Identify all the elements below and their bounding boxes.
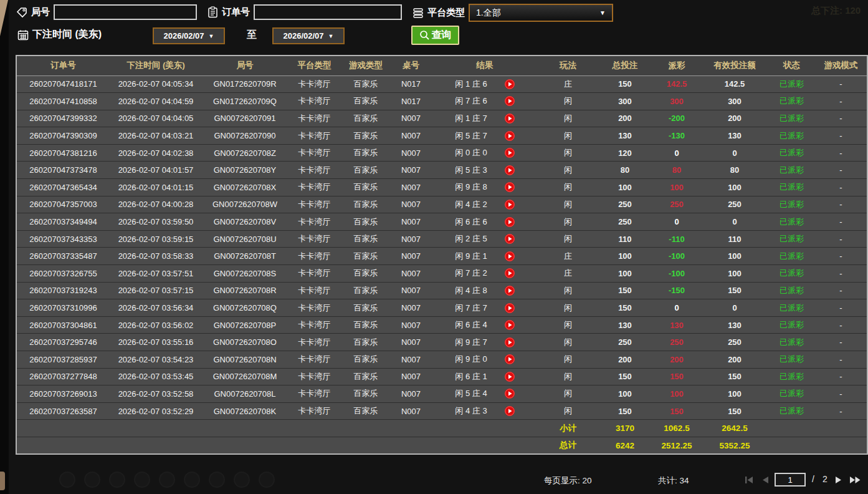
play-icon[interactable]: [505, 372, 515, 382]
table-no-cell: N007: [391, 299, 431, 317]
platform-cell: 卡卡湾厅: [288, 385, 341, 403]
payout-cell: -200: [652, 110, 701, 127]
game-no-cell: GN0072620708Y: [202, 162, 288, 179]
valid-bet-cell: 110: [701, 230, 768, 248]
total-row: 总计62422512.255352.25: [16, 437, 867, 454]
payout-cell: 200: [652, 351, 701, 369]
result-text: 闲 7 庄 6: [455, 95, 487, 107]
play-icon[interactable]: [505, 96, 515, 106]
play-icon[interactable]: [505, 79, 515, 89]
game-no-cell: GN0072620708N: [202, 351, 288, 369]
date-to-button[interactable]: 2026/02/07 ▼: [272, 27, 345, 44]
table-no-cell: N007: [391, 213, 431, 231]
valid-bet-cell: 0: [701, 299, 768, 317]
game-mode-cell: -: [815, 299, 867, 317]
empty-cell: [341, 420, 391, 437]
play-type-cell: 闲: [538, 127, 598, 145]
play-icon[interactable]: [505, 389, 515, 399]
empty-cell: [431, 437, 538, 454]
result-cell: 闲 4 庄 2: [431, 196, 538, 213]
play-type-cell: 闲: [538, 316, 598, 334]
table-row: 2602070373494942026-02-07 03:59:50GN0072…: [16, 213, 867, 231]
play-icon[interactable]: [505, 200, 515, 210]
order-no-input[interactable]: [254, 4, 402, 20]
total-bet-cell: 250: [598, 196, 652, 213]
platform-cell: 卡卡湾厅: [288, 230, 341, 248]
prev-page-icon[interactable]: [761, 476, 769, 484]
play-icon[interactable]: [505, 148, 515, 158]
result-text: 闲 2 庄 5: [455, 233, 487, 245]
play-icon[interactable]: [505, 406, 515, 416]
game-mode-cell: -: [815, 265, 867, 283]
platform-cell: 卡卡湾厅: [288, 316, 341, 334]
bet-time-cell: 2026-02-07 04:04:59: [110, 93, 202, 110]
bet-time-label: 下注时间 (美东): [32, 28, 102, 41]
column-header: 玩法: [538, 56, 598, 75]
game-no-cell: GN0072620708W: [202, 196, 288, 213]
status-cell: 已派彩: [768, 351, 815, 369]
play-icon[interactable]: [505, 354, 515, 364]
valid-bet-cell: 100: [701, 248, 768, 265]
play-icon[interactable]: [505, 217, 515, 227]
total-bet-cell: 110: [598, 230, 652, 248]
date-from-button[interactable]: 2026/02/07 ▼: [153, 27, 225, 44]
status-cell: 已派彩: [768, 127, 815, 145]
play-icon[interactable]: [505, 303, 515, 313]
game-mode-cell: -: [815, 402, 867, 420]
table-row: 2602070473734782026-02-07 04:01:57GN0072…: [16, 162, 867, 179]
table-no-cell: N007: [391, 334, 431, 351]
result-cell: 闲 5 庄 4: [431, 385, 538, 403]
play-icon[interactable]: [505, 165, 515, 175]
platform-cell: 卡卡湾厅: [288, 196, 341, 213]
payout-cell: -100: [652, 265, 701, 283]
table-no-cell: N007: [391, 402, 431, 420]
order-no-cell: 260207047365434: [16, 179, 110, 196]
table-row: 2602070373109962026-02-07 03:56:34GN0072…: [16, 299, 867, 317]
platform-type-label: 平台类型: [427, 7, 465, 19]
date-to-value: 2026/02/07: [284, 31, 324, 41]
column-header: 派彩: [652, 56, 701, 75]
result-text: 闲 4 庄 2: [455, 199, 487, 210]
payout-cell: 150: [652, 402, 701, 420]
play-icon[interactable]: [505, 251, 515, 261]
table-no-cell: N017: [391, 75, 431, 93]
play-icon[interactable]: [505, 234, 515, 244]
order-no-cell: 260207037285937: [16, 351, 110, 369]
valid-bet-cell: 0: [701, 144, 768, 162]
column-header: 局号: [202, 56, 288, 75]
table-no-cell: N007: [391, 248, 431, 265]
order-no-cell: 260207047373478: [16, 162, 110, 179]
play-icon[interactable]: [505, 337, 515, 347]
result-cell: 闲 2 庄 5: [431, 230, 538, 248]
bet-time-cell: 2026-02-07 04:01:15: [110, 179, 202, 196]
order-no-cell: 260207047381216: [16, 144, 110, 162]
order-no-cell: 260207037263587: [16, 402, 110, 420]
play-icon[interactable]: [505, 114, 515, 124]
next-page-icon[interactable]: [835, 476, 842, 484]
game-type-cell: 百家乐: [341, 368, 391, 385]
valid-bet-cell: 130: [701, 316, 768, 334]
play-icon[interactable]: [505, 286, 515, 296]
platform-select[interactable]: 1.全部 ▼: [469, 4, 613, 22]
table-row: 2602070372859372026-02-07 03:54:23GN0072…: [16, 351, 867, 369]
page-number-input[interactable]: [775, 473, 806, 487]
panel-handle-wedge[interactable]: [0, 0, 8, 36]
column-header: 平台类型: [288, 56, 341, 75]
first-page-icon[interactable]: [745, 476, 753, 484]
platform-cell: 卡卡湾厅: [288, 351, 341, 369]
play-icon[interactable]: [505, 268, 515, 278]
game-no-cell: GN0072620708V: [202, 213, 288, 231]
result-cell: 闲 6 庄 1: [431, 368, 538, 385]
game-type-cell: 百家乐: [341, 351, 391, 369]
result-text: 闲 5 庄 3: [455, 165, 487, 176]
game-no-input[interactable]: [54, 4, 197, 20]
result-cell: 闲 7 庄 2: [431, 265, 538, 283]
query-button[interactable]: 查询: [411, 26, 459, 45]
result-cell: 闲 7 庄 7: [431, 299, 538, 317]
game-mode-cell: -: [815, 93, 867, 110]
last-page-icon[interactable]: [849, 476, 861, 484]
play-icon[interactable]: [505, 131, 515, 141]
play-icon[interactable]: [505, 320, 515, 330]
play-icon[interactable]: [505, 182, 515, 192]
status-cell: 已派彩: [768, 196, 815, 213]
